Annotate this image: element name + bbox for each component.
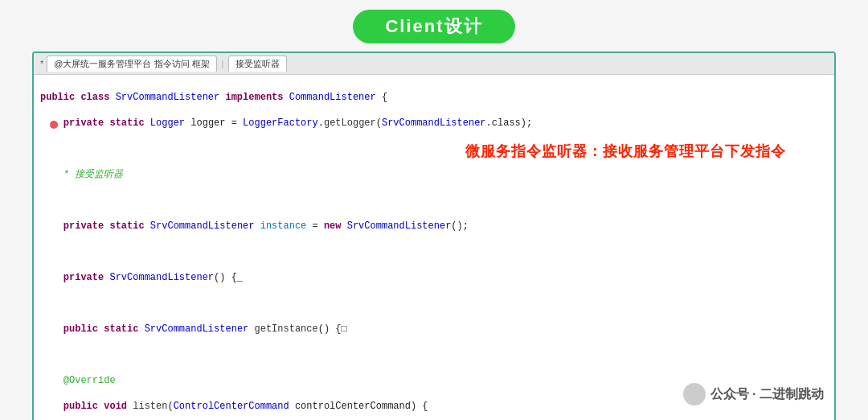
code-content: public class SrvCommandListener implemen… xyxy=(34,75,834,420)
tab-platform[interactable]: @大屏统一服务管理平台 指令访问 框架 xyxy=(47,56,216,72)
tab-star: * xyxy=(40,59,43,68)
tab-listener[interactable]: 接受监听器 xyxy=(228,56,287,72)
annotation-text: 微服务指令监听器：接收服务管理平台下发指令 xyxy=(465,143,786,159)
code-line-1: public class SrvCommandListener implemen… xyxy=(40,91,828,104)
title-bar: Client设计 xyxy=(0,0,868,51)
code-tabs: * @大屏统一服务管理平台 指令访问 框架 | 接受监听器 xyxy=(34,53,834,75)
watermark: 公众号 · 二进制跳动 xyxy=(683,383,824,406)
code-line-11 xyxy=(40,348,828,361)
code-window: * @大屏统一服务管理平台 指令访问 框架 | 接受监听器 public cla… xyxy=(32,51,836,420)
code-line-6: private static SrvCommandListener instan… xyxy=(40,220,828,233)
code-body: public class SrvCommandListener implemen… xyxy=(34,75,834,420)
code-line-4: * 接受监听器 xyxy=(40,168,828,181)
tab-sep: | xyxy=(222,59,224,68)
code-line-8: private SrvCommandListener() {_ xyxy=(40,271,828,284)
page-title: Client设计 xyxy=(353,10,514,43)
watermark-text: 公众号 · 二进制跳动 xyxy=(710,386,824,403)
page-container: Client设计 * @大屏统一服务管理平台 指令访问 框架 | 接受监听器 p… xyxy=(0,0,868,420)
code-line-5 xyxy=(40,194,828,207)
watermark-icon xyxy=(683,383,706,406)
code-line-7 xyxy=(40,245,828,258)
code-line-10: public static SrvCommandListener getInst… xyxy=(40,323,828,336)
code-line-2: private static Logger logger = LoggerFac… xyxy=(40,117,828,130)
annotation-box: 微服务指令监听器：接收服务管理平台下发指令 xyxy=(465,142,786,161)
code-line-9 xyxy=(40,297,828,310)
